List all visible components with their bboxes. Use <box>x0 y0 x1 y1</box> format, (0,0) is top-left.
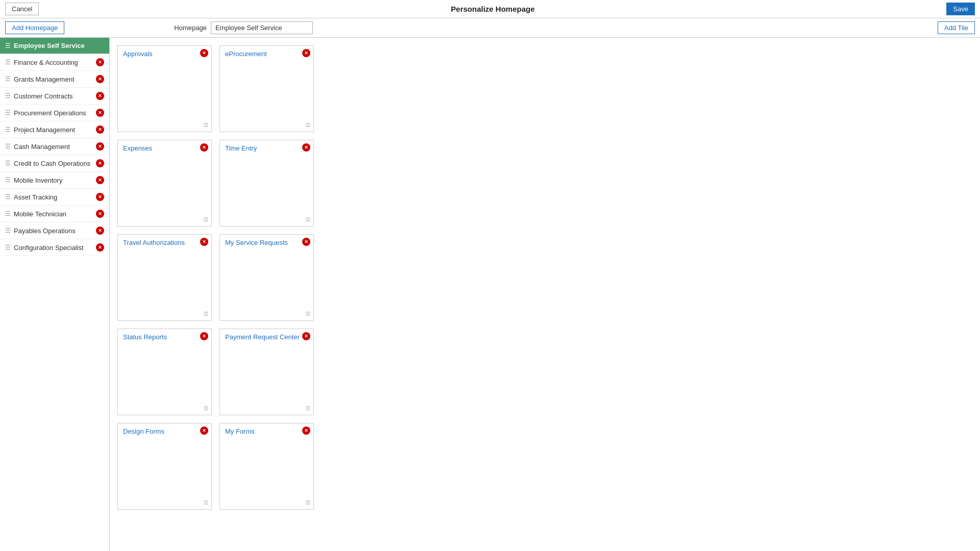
tile-remove-icon[interactable] <box>302 238 310 246</box>
sidebar-item-label: Employee Self Service <box>14 42 104 49</box>
tile-remove-icon[interactable] <box>302 332 310 340</box>
remove-sidebar-item-icon[interactable] <box>96 58 104 66</box>
remove-sidebar-item-icon[interactable] <box>96 243 104 252</box>
drag-icon: ☰ <box>5 76 11 83</box>
remove-sidebar-item-icon[interactable] <box>96 109 104 117</box>
tile-remove-icon[interactable] <box>200 427 208 435</box>
drag-icon: ☰ <box>5 109 11 116</box>
remove-sidebar-item-icon[interactable] <box>96 75 104 83</box>
tile-title: Payment Request Center <box>220 329 313 345</box>
tile-edit-icon[interactable]: ↗⃞ <box>204 216 208 223</box>
tile-expenses: Expenses↗⃞ <box>117 140 212 227</box>
tile-title: My Service Requests <box>220 235 313 251</box>
tile-payment-request-center: Payment Request Center↗⃞ <box>219 329 314 415</box>
tile-title: Approvals <box>118 46 211 62</box>
sidebar-item-label: Mobile Inventory <box>14 177 96 184</box>
main-layout: ☰Employee Self Service☰Finance & Account… <box>0 38 980 551</box>
drag-icon: ☰ <box>5 143 11 150</box>
add-tile-button[interactable]: Add Tile <box>938 21 975 34</box>
drag-icon: ☰ <box>5 193 11 201</box>
tile-edit-icon[interactable]: ↗⃞ <box>306 499 310 506</box>
drag-icon: ☰ <box>5 42 11 49</box>
tile-my-service-requests: My Service Requests↗⃞ <box>219 234 314 321</box>
cancel-button[interactable]: Cancel <box>5 3 39 15</box>
content-area: Approvals↗⃞eProcurement↗⃞Expenses↗⃞Time … <box>110 38 980 551</box>
tile-design-forms: Design Forms↗⃞ <box>117 423 212 510</box>
tile-remove-icon[interactable] <box>200 49 208 57</box>
page-title: Personalize Homepage <box>39 5 946 13</box>
remove-sidebar-item-icon[interactable] <box>96 126 104 134</box>
tile-edit-icon[interactable]: ↗⃞ <box>306 405 310 412</box>
tile-edit-icon[interactable]: ↗⃞ <box>306 121 310 129</box>
sidebar-item-label: Payables Operations <box>14 227 96 235</box>
remove-sidebar-item-icon[interactable] <box>96 227 104 235</box>
remove-sidebar-item-icon[interactable] <box>96 142 104 151</box>
sidebar-item-cash-management[interactable]: ☰Cash Management <box>0 138 109 155</box>
drag-icon: ☰ <box>5 177 11 184</box>
tile-remove-icon[interactable] <box>302 427 310 435</box>
save-button[interactable]: Save <box>946 3 975 15</box>
tile-edit-icon[interactable]: ↗⃞ <box>204 405 208 412</box>
tile-edit-icon[interactable]: ↗⃞ <box>306 216 310 223</box>
sidebar-item-credit-to-cash[interactable]: ☰Credit to Cash Operations <box>0 155 109 172</box>
sidebar-item-label: Customer Contracts <box>14 92 96 100</box>
sidebar-item-configuration-specialist[interactable]: ☰Configuration Specialist <box>0 239 109 256</box>
add-homepage-button[interactable]: Add Homepage <box>5 21 64 34</box>
drag-icon: ☰ <box>5 92 11 99</box>
remove-sidebar-item-icon[interactable] <box>96 159 104 167</box>
sidebar-item-label: Mobile Technician <box>14 210 96 218</box>
tiles-row: Approvals↗⃞eProcurement↗⃞ <box>117 45 972 132</box>
tile-my-forms: My Forms↗⃞ <box>219 423 314 510</box>
sidebar-item-label: Procurement Operations <box>14 109 96 117</box>
sidebar-item-label: Cash Management <box>14 143 96 151</box>
homepage-label-section: Homepage <box>174 21 313 34</box>
sidebar-item-customer-contracts[interactable]: ☰Customer Contracts <box>0 88 109 105</box>
sidebar-item-asset-tracking[interactable]: ☰Asset Tracking <box>0 189 109 206</box>
sidebar-item-label: Credit to Cash Operations <box>14 160 96 167</box>
tiles-row: Status Reports↗⃞Payment Request Center↗⃞ <box>117 329 972 415</box>
remove-sidebar-item-icon[interactable] <box>96 193 104 201</box>
tile-remove-icon[interactable] <box>302 49 310 57</box>
tile-edit-icon[interactable]: ↗⃞ <box>204 121 208 129</box>
drag-icon: ☰ <box>5 227 11 234</box>
tiles-row: Travel Authorizations↗⃞My Service Reques… <box>117 234 972 321</box>
top-bar: Cancel Personalize Homepage Save <box>0 0 980 18</box>
drag-icon: ☰ <box>5 210 11 217</box>
homepage-label: Homepage <box>174 24 207 32</box>
tile-remove-icon[interactable] <box>200 238 208 246</box>
tile-edit-icon[interactable]: ↗⃞ <box>306 310 310 317</box>
tile-eprocurement: eProcurement↗⃞ <box>219 45 314 132</box>
sidebar-item-finance-accounting[interactable]: ☰Finance & Accounting <box>0 54 109 71</box>
tile-status-reports: Status Reports↗⃞ <box>117 329 212 415</box>
tile-title: Status Reports <box>118 329 211 345</box>
remove-sidebar-item-icon[interactable] <box>96 210 104 218</box>
tile-travel-authorizations: Travel Authorizations↗⃞ <box>117 234 212 321</box>
tile-remove-icon[interactable] <box>200 143 208 152</box>
sidebar-item-mobile-technician[interactable]: ☰Mobile Technician <box>0 206 109 222</box>
drag-icon: ☰ <box>5 160 11 167</box>
sidebar-item-mobile-inventory[interactable]: ☰Mobile Inventory <box>0 172 109 189</box>
sidebar-item-grants-management[interactable]: ☰Grants Management <box>0 71 109 88</box>
tile-edit-icon[interactable]: ↗⃞ <box>204 499 208 506</box>
tile-edit-icon[interactable]: ↗⃞ <box>204 310 208 317</box>
tiles-row: Design Forms↗⃞My Forms↗⃞ <box>117 423 972 510</box>
tile-remove-icon[interactable] <box>200 332 208 340</box>
sidebar-item-project-management[interactable]: ☰Project Management <box>0 121 109 138</box>
remove-sidebar-item-icon[interactable] <box>96 92 104 100</box>
tile-title: Design Forms <box>118 423 211 439</box>
homepage-input[interactable] <box>211 21 313 34</box>
tile-title: eProcurement <box>220 46 313 62</box>
tile-title: Travel Authorizations <box>118 235 211 251</box>
sidebar-item-label: Grants Management <box>14 76 96 83</box>
sidebar: ☰Employee Self Service☰Finance & Account… <box>0 38 110 551</box>
sidebar-item-label: Finance & Accounting <box>14 59 96 66</box>
tile-title: Time Entry <box>220 140 313 156</box>
sidebar-item-procurement-operations[interactable]: ☰Procurement Operations <box>0 105 109 121</box>
drag-icon: ☰ <box>5 59 11 66</box>
sidebar-item-employee-self-service[interactable]: ☰Employee Self Service <box>0 38 109 54</box>
sidebar-item-label: Configuration Specialist <box>14 244 96 252</box>
tile-remove-icon[interactable] <box>302 143 310 152</box>
sidebar-item-payables-operations[interactable]: ☰Payables Operations <box>0 222 109 239</box>
drag-icon: ☰ <box>5 244 11 251</box>
remove-sidebar-item-icon[interactable] <box>96 176 104 184</box>
